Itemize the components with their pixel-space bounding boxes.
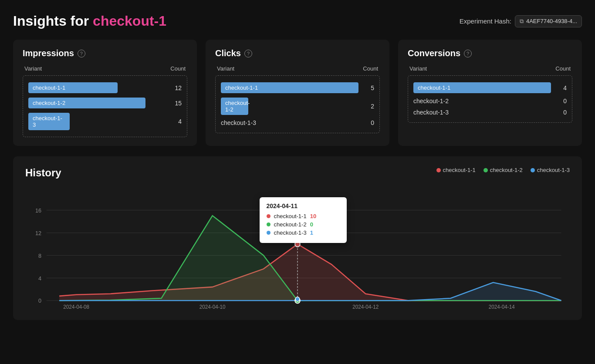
conversions-label-2: checkout-1-2 [413, 98, 449, 104]
clicks-card-header: Clicks ? [215, 48, 380, 58]
legend-dot-1 [436, 168, 441, 172]
table-row: checkout-1-1 12 [28, 80, 182, 95]
svg-text:2024-04-14: 2024-04-14 [489, 304, 515, 310]
svg-text:12: 12 [35, 230, 41, 236]
clicks-card: Clicks ? Variant Count checkout-1-1 5 ch… [206, 40, 389, 146]
legend-item-1: checkout-1-1 [436, 167, 476, 173]
copy-icon: ⧉ [520, 18, 524, 25]
experiment-hash-badge[interactable]: ⧉ 4AEF7740-4938-4... [515, 15, 582, 27]
table-row: checkout-1-3 4 [28, 111, 182, 132]
impressions-card-header: Impressions ? [23, 48, 187, 58]
conversions-card: Conversions ? Variant Count checkout-1-1… [398, 40, 582, 146]
svg-text:0: 0 [38, 297, 41, 304]
svg-text:2024-04-08: 2024-04-08 [63, 304, 89, 310]
conversions-data-box: checkout-1-1 4 checkout-1-2 0 checkout-1… [408, 75, 572, 123]
svg-text:16: 16 [35, 207, 41, 214]
clicks-col-headers: Variant Count [215, 65, 380, 72]
clicks-bar-1: checkout-1-1 [221, 82, 358, 93]
clicks-data-box: checkout-1-1 5 checkout-1-2 2 checkout-1… [215, 75, 380, 133]
page-title: Insights for checkout-1 [13, 13, 166, 29]
svg-text:2024-04-10: 2024-04-10 [199, 304, 226, 310]
svg-point-16 [295, 297, 300, 301]
legend-dot-3 [531, 168, 535, 172]
conversions-col-headers: Variant Count [408, 65, 572, 72]
conversions-bar-1: checkout-1-1 [413, 82, 551, 93]
metrics-cards-row: Impressions ? Variant Count checkout-1-1… [13, 40, 582, 146]
page-header: Insights for checkout-1 Experiment Hash:… [13, 13, 582, 29]
table-row: checkout-1-2 2 [221, 95, 374, 117]
chart-legend: checkout-1-1 checkout-1-2 checkout-1-3 [436, 167, 570, 173]
impressions-bar-1: checkout-1-1 [28, 82, 118, 93]
clicks-help-icon[interactable]: ? [244, 50, 252, 57]
table-row: checkout-1-3 0 [413, 107, 567, 118]
history-chart-area: 16 12 8 4 0 [25, 188, 570, 310]
impressions-title: Impressions [23, 48, 74, 58]
impressions-bar-2: checkout-1-2 [28, 98, 145, 108]
svg-text:8: 8 [38, 252, 41, 259]
clicks-bar-2: checkout-1-2 [221, 98, 248, 115]
conversions-title: Conversions [408, 48, 460, 58]
legend-item-2: checkout-1-2 [483, 167, 523, 173]
clicks-label-3: checkout-1-3 [221, 119, 256, 126]
conversions-label-3: checkout-1-3 [413, 109, 449, 116]
impressions-data-box: checkout-1-1 12 checkout-1-2 15 checkout… [23, 75, 187, 137]
conversions-card-header: Conversions ? [408, 48, 572, 58]
legend-item-3: checkout-1-3 [531, 167, 570, 173]
impressions-col-headers: Variant Count [23, 65, 187, 72]
impressions-bar-3: checkout-1-3 [28, 113, 70, 130]
history-card: History checkout-1-1 checkout-1-2 checko… [13, 156, 582, 320]
svg-text:2024-04-12: 2024-04-12 [352, 304, 379, 310]
table-row: checkout-1-2 0 [413, 95, 567, 107]
history-chart-svg: 16 12 8 4 0 [25, 188, 570, 310]
svg-text:4: 4 [38, 275, 41, 281]
table-row: checkout-1-1 4 [413, 80, 567, 95]
impressions-card: Impressions ? Variant Count checkout-1-1… [13, 40, 197, 146]
clicks-title: Clicks [215, 48, 241, 58]
table-row: checkout-1-3 0 [221, 117, 374, 128]
svg-point-14 [295, 241, 300, 246]
table-row: checkout-1-2 15 [28, 95, 182, 111]
table-row: checkout-1-1 5 [221, 80, 374, 95]
legend-dot-2 [483, 168, 488, 172]
impressions-help-icon[interactable]: ? [78, 50, 85, 57]
conversions-help-icon[interactable]: ? [464, 50, 472, 57]
experiment-hash-section: Experiment Hash: ⧉ 4AEF7740-4938-4... [460, 15, 582, 27]
